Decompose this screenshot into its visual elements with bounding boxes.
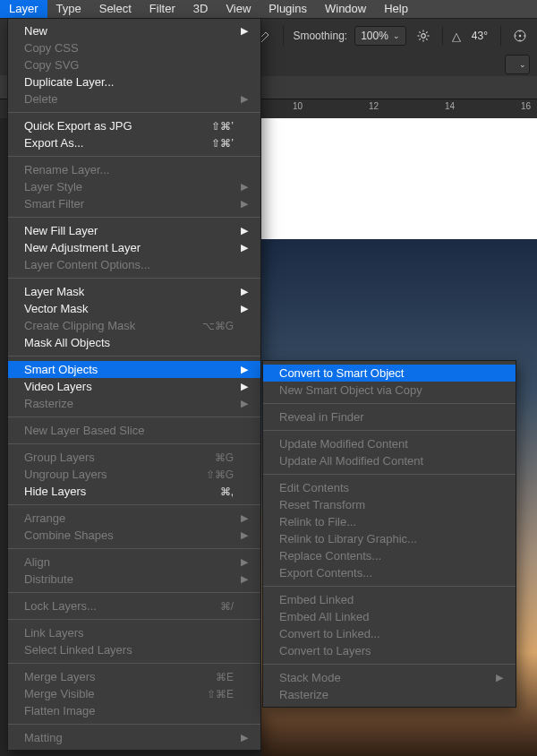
menu-item-label: Replace Contents... [279,549,489,563]
menu-item-shortcut: ⌥⌘G [202,320,234,332]
smart-objects-update-modified-content: Update Modified Content [263,435,516,452]
submenu-arrow-icon: ▶ [241,303,248,314]
layer-menu-create-clipping-mask: Create Clipping Mask⌥⌘G [8,317,260,334]
svg-point-11 [519,30,521,32]
layer-menu-copy-svg: Copy SVG [8,56,260,73]
menu-item-label: Video Layers [24,380,234,393]
preset-dropdown[interactable]: ⌄ [505,55,530,74]
smart-objects-rasterize: Rasterize [263,686,516,703]
layer-menu-new-adjustment-layer[interactable]: New Adjustment Layer▶ [8,239,260,256]
layer-menu-smart-objects[interactable]: Smart Objects▶ [8,361,260,378]
submenu-arrow-icon: ▶ [241,556,248,568]
menu-item-label: Rasterize [279,688,489,701]
menu-separator [8,112,260,113]
layer-menu-video-layers[interactable]: Video Layers▶ [8,378,260,395]
menu-item-label: Align [24,555,234,569]
submenu-arrow-icon: ▶ [241,398,248,409]
menu-separator [263,430,516,431]
menubar: Layer Type Select Filter 3D View Plugins… [0,0,537,18]
submenu-arrow-icon: ▶ [241,93,248,105]
angle-value[interactable]: 43° [468,27,491,45]
smart-objects-relink-to-file: Relink to File... [263,513,516,530]
submenu-arrow-icon: ▶ [241,381,248,392]
smart-objects-replace-contents: Replace Contents... [263,547,516,564]
menu-item-label: Copy SVG [24,58,234,72]
menu-item-label: Duplicate Layer... [24,75,234,89]
menu-item-shortcut: ⇧⌘’ [211,137,234,150]
smart-objects-embed-all-linked: Embed All Linked [263,608,516,625]
menu-item-shortcut: ⇧⌘G [206,468,234,481]
layer-menu-layer-mask[interactable]: Layer Mask▶ [8,283,260,300]
menu-item-label: New Layer Based Slice [24,424,234,437]
menubar-type[interactable]: Type [47,0,90,18]
menu-item-label: Group Layers [24,451,197,464]
ruler-tick: 10 [293,101,303,111]
menu-item-label: Arrange [24,511,234,525]
target-icon[interactable] [510,26,530,46]
layer-menu-export-as[interactable]: Export As...⇧⌘’ [8,134,260,151]
layer-menu-quick-export-as-jpg[interactable]: Quick Export as JPG⇧⌘’ [8,117,260,134]
smoothing-value[interactable]: 100% ⌄ [354,26,406,46]
menu-item-label: Rename Layer... [24,163,234,176]
smart-objects-submenu: Convert to Smart ObjectNew Smart Object … [262,360,516,708]
layer-menu-flatten-image: Flatten Image [8,702,260,719]
divider [500,26,501,46]
menu-item-label: Matting [24,731,234,744]
menu-item-label: Export As... [24,136,193,150]
chevron-down-icon: ⌄ [393,31,400,40]
menu-separator [263,474,516,475]
menubar-3d[interactable]: 3D [184,0,217,18]
menubar-view[interactable]: View [217,0,260,18]
menu-item-shortcut: ⇧⌘E [207,688,234,700]
canvas-whitespace [261,118,537,239]
menubar-plugins[interactable]: Plugins [260,0,316,18]
menubar-help[interactable]: Help [375,0,417,18]
menu-item-label: Merge Layers [24,670,198,683]
menu-item-label: Relink to File... [279,515,489,528]
menu-item-label: Smart Filter [24,197,234,210]
menubar-window[interactable]: Window [316,0,375,18]
layer-menu-new[interactable]: New▶ [8,22,260,39]
menu-separator [8,724,260,725]
layer-menu-duplicate-layer[interactable]: Duplicate Layer... [8,73,260,90]
menu-item-label: Combine Shapes [24,528,234,542]
menu-item-label: Vector Mask [24,302,234,315]
menu-separator [8,548,260,549]
smart-objects-new-smart-object-via-copy: New Smart Object via Copy [263,382,516,399]
layer-menu-mask-all-objects[interactable]: Mask All Objects [8,334,260,351]
menubar-layer[interactable]: Layer [0,0,47,18]
submenu-arrow-icon: ▶ [241,364,248,375]
menubar-select[interactable]: Select [90,0,141,18]
gear-icon[interactable] [413,26,433,46]
layer-menu-merge-visible: Merge Visible⇧⌘E [8,685,260,702]
menu-item-label: Embed All Linked [279,610,489,623]
smart-objects-convert-to-smart-object[interactable]: Convert to Smart Object [263,365,516,382]
menu-item-label: Layer Content Options... [24,258,234,271]
smoothing-label: Smoothing: [293,30,347,42]
menu-item-label: Hide Layers [24,485,202,498]
layer-menu-link-layers: Link Layers [8,624,260,641]
menu-item-label: Convert to Linked... [279,627,489,640]
svg-line-6 [426,39,427,39]
smart-objects-stack-mode: Stack Mode▶ [263,669,516,686]
menu-item-label: Update All Modified Content [279,454,489,468]
menu-item-label: Ungroup Layers [24,468,188,481]
smart-objects-edit-contents: Edit Contents [263,479,516,496]
submenu-arrow-icon: ▶ [241,732,248,743]
svg-line-8 [426,31,427,32]
ruler-tick: 14 [445,101,455,111]
ruler[interactable]: 10 12 14 16 [261,99,537,120]
layer-menu-smart-filter: Smart Filter▶ [8,195,260,212]
layer-menu-combine-shapes: Combine Shapes▶ [8,527,260,544]
layer-menu-new-fill-layer[interactable]: New Fill Layer▶ [8,222,260,239]
menu-item-label: Convert to Smart Object [279,366,489,380]
menubar-filter[interactable]: Filter [141,0,184,18]
menu-item-label: Relink to Library Graphic... [279,532,489,546]
menu-item-shortcut: ⌘E [216,671,234,683]
layer-menu-ungroup-layers: Ungroup Layers⇧⌘G [8,466,260,483]
layer-menu-vector-mask[interactable]: Vector Mask▶ [8,300,260,317]
layer-menu-select-linked-layers: Select Linked Layers [8,641,260,658]
layer-menu-hide-layers[interactable]: Hide Layers⌘, [8,483,260,500]
ruler-tick: 12 [369,101,379,111]
menu-item-label: Flatten Image [24,704,234,717]
